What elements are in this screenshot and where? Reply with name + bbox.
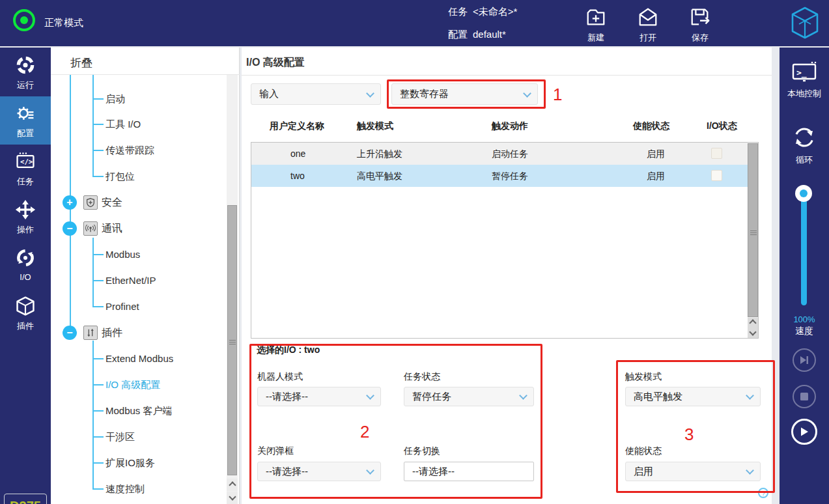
task-code-icon: </>	[0, 145, 51, 177]
cell-name: one	[290, 143, 305, 165]
sidebar-item-run[interactable]: 运行	[0, 48, 51, 96]
table-scrollbar[interactable]	[748, 143, 758, 338]
sidebar-item-label: 插件	[0, 320, 51, 332]
sidebar-item-plugin[interactable]: 插件	[0, 289, 51, 337]
table-scrollbar-thumb[interactable]	[748, 143, 758, 317]
table-row[interactable]: one 上升沿触发 启动任务 启用	[251, 143, 758, 165]
version-badge: D375	[4, 494, 47, 504]
chevron-down-icon	[523, 89, 531, 98]
task-switch-field[interactable]: --请选择--	[404, 462, 534, 481]
tree-item-speed-control[interactable]: 速度控制	[105, 481, 145, 497]
cell-trigger-mode: 上升沿触发	[357, 143, 402, 165]
tree-item-modbus-client[interactable]: Modbus 客户端	[105, 403, 173, 419]
selected-io-label: 选择的I/O : two	[257, 344, 320, 356]
local-control-button[interactable]: >_ 本地控制	[780, 61, 829, 100]
annotation-number-2: 2	[360, 422, 369, 442]
sidebar-item-task[interactable]: </> 任务	[0, 145, 51, 193]
enable-state-select[interactable]: 启用	[625, 462, 761, 481]
step-button[interactable]	[793, 348, 816, 372]
chevron-down-icon	[229, 493, 236, 500]
divider	[51, 74, 240, 75]
table-scroll-up-button[interactable]	[748, 318, 758, 328]
open-button[interactable]: 打开	[628, 7, 667, 44]
tree-item-extend-io[interactable]: 扩展IO服务	[105, 455, 155, 471]
save-button[interactable]: 保存	[681, 7, 720, 44]
sidebar-item-config[interactable]: 配置	[0, 96, 51, 145]
tree-collapse-button[interactable]: −	[63, 326, 77, 340]
task-state-select[interactable]: 暂停任务	[404, 387, 534, 406]
sidebar-item-label: I/O	[0, 272, 51, 282]
tree-item-packing[interactable]: 打包位	[105, 169, 135, 184]
tree-scrollbar[interactable]	[227, 75, 238, 504]
chevron-up-icon	[749, 319, 756, 326]
mode-label: 正常模式	[44, 17, 83, 29]
tree-collapse-button[interactable]: −	[63, 221, 77, 236]
robot-mode-label: 机器人模式	[257, 371, 303, 383]
sidebar-item-label: 运行	[0, 79, 51, 91]
chevron-down-icon	[746, 466, 754, 475]
config-label: 配置	[448, 29, 468, 41]
io-type-select[interactable]: 整数寄存器	[391, 83, 538, 105]
loop-button[interactable]: 循环	[780, 124, 829, 166]
stop-button[interactable]	[793, 385, 816, 408]
tree-item-start[interactable]: 启动	[105, 91, 125, 107]
tree-line	[92, 75, 94, 176]
task-state-label: 任务状态	[404, 371, 440, 383]
table-scroll-down-button[interactable]	[748, 328, 758, 338]
tree-line	[92, 384, 104, 385]
page-title: I/O 高级配置	[246, 56, 305, 70]
close-popup-select[interactable]: --请选择--	[257, 462, 381, 481]
tree-item-modbus[interactable]: Modbus	[105, 247, 140, 262]
tree-scrollbar-thumb[interactable]	[227, 205, 237, 475]
robot-mode-select[interactable]: --请选择--	[257, 387, 381, 406]
tree-line	[92, 341, 94, 489]
table-row-selected[interactable]: two 高电平触发 暂停任务 启用	[251, 165, 758, 187]
cell-name: two	[290, 165, 305, 187]
tree-line	[92, 462, 104, 464]
io-direction-select[interactable]: 输入	[251, 83, 381, 105]
trigger-mode-select[interactable]: 高电平触发	[625, 387, 761, 406]
tree-item-ethernet-ip[interactable]: EtherNet/IP	[105, 273, 156, 288]
task-label: 任务	[448, 6, 468, 18]
tree-line	[92, 150, 104, 151]
speed-percent: 100%	[780, 315, 829, 324]
loop-label: 循环	[780, 154, 829, 166]
play-icon	[799, 427, 809, 437]
speed-slider-track[interactable]	[801, 196, 807, 305]
svg-text:>_: >_	[796, 68, 807, 78]
annotation-number-1: 1	[553, 85, 562, 105]
plugin-cube-icon	[0, 289, 51, 322]
enable-state-label: 使能状态	[625, 445, 662, 457]
tree-item-conveyor[interactable]: 传送带跟踪	[105, 143, 154, 158]
tree-item-safety[interactable]: 安全	[102, 195, 122, 210]
tree-scroll-down-button[interactable]	[227, 492, 238, 504]
tree-item-interference[interactable]: 干涉区	[105, 429, 135, 445]
tree-line	[92, 488, 104, 490]
io-state-checkbox[interactable]	[711, 148, 722, 159]
task-value: <未命名>*	[473, 6, 517, 18]
tree-item-tool-io[interactable]: 工具 I/O	[105, 117, 141, 132]
chevron-down-icon	[366, 391, 374, 400]
play-button[interactable]	[791, 419, 817, 445]
tree-item-extend-modbus[interactable]: Extend Modbus	[105, 351, 173, 367]
save-floppy-icon	[689, 7, 711, 29]
sidebar-item-operate[interactable]: 操作	[0, 193, 51, 241]
speed-slider-thumb[interactable]	[795, 185, 812, 202]
info-icon[interactable]: ?	[758, 488, 768, 498]
new-button[interactable]: 新建	[576, 7, 615, 44]
tree-item-io-advanced[interactable]: I/O 高级配置	[105, 377, 160, 393]
io-swap-icon	[0, 241, 51, 273]
svg-text:</>: </>	[20, 158, 33, 166]
collapse-all-button[interactable]: 折叠	[70, 55, 92, 70]
sidebar-item-label: 配置	[0, 128, 51, 139]
tree-item-profinet[interactable]: Profinet	[105, 299, 139, 315]
tree-scroll-up-button[interactable]	[227, 479, 238, 491]
close-popup-label: 关闭弹框	[257, 445, 294, 457]
tree-expand-button[interactable]: +	[63, 195, 77, 210]
tree-item-plugin[interactable]: 插件	[102, 325, 122, 341]
cell-enable-state: 启用	[647, 165, 665, 187]
sidebar-item-io[interactable]: I/O	[0, 241, 51, 289]
task-switch-value: --请选择--	[412, 466, 455, 478]
io-state-checkbox[interactable]	[711, 170, 722, 181]
tree-item-comm[interactable]: 通讯	[102, 221, 122, 236]
